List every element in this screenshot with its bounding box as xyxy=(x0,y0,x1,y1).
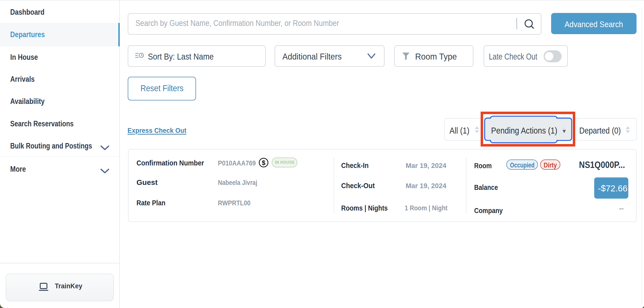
svg-text:$: $ xyxy=(262,159,266,166)
svg-text:Pending Actions (1): Pending Actions (1) xyxy=(491,126,557,135)
